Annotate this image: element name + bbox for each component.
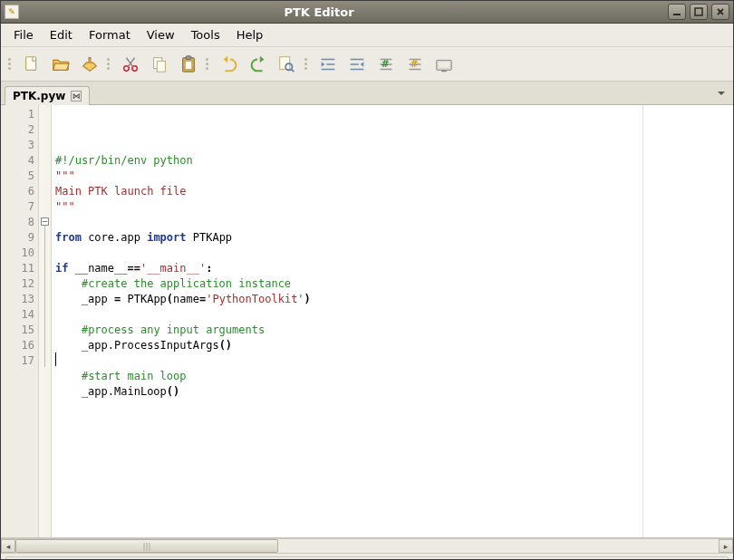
- code-line: [55, 307, 639, 323]
- line-number: 7: [3, 199, 34, 215]
- tabbar-dropdown-icon[interactable]: [715, 87, 728, 100]
- titlebar: ✎ PTK Editor: [1, 1, 733, 24]
- menubar: File Edit Format View Tools Help: [1, 24, 733, 47]
- toolbar-sep-2: [206, 51, 212, 78]
- code-line: Main PTK launch file: [55, 184, 639, 199]
- save-button[interactable]: [76, 51, 103, 78]
- close-button[interactable]: [711, 4, 729, 20]
- menu-view[interactable]: View: [140, 25, 182, 44]
- menu-format[interactable]: Format: [82, 25, 138, 44]
- line-number: 15: [3, 323, 34, 338]
- tab-close-icon[interactable]: ⋈: [71, 91, 82, 101]
- code-line: _app.MainLoop(): [55, 384, 639, 400]
- code-line: #!/usr/bin/env python: [55, 153, 639, 169]
- menu-file[interactable]: File: [6, 25, 41, 44]
- code-line: _app = PTKApp(name='PythonToolkit'): [55, 292, 639, 307]
- line-number: 10: [3, 246, 34, 261]
- line-number: 9: [3, 230, 34, 246]
- code-line: [55, 353, 639, 369]
- run-button[interactable]: [430, 51, 458, 78]
- maximize-button[interactable]: [690, 4, 708, 20]
- line-number: 6: [3, 184, 34, 199]
- line-number: 5: [3, 169, 34, 184]
- open-button[interactable]: [47, 51, 74, 78]
- line-number: 17: [3, 353, 34, 369]
- redo-button[interactable]: [245, 51, 272, 78]
- outdent-button[interactable]: [343, 51, 371, 78]
- uncomment-button[interactable]: #: [401, 51, 429, 78]
- line-number: 3: [3, 138, 34, 153]
- copy-button[interactable]: [146, 51, 173, 78]
- undo-button[interactable]: [216, 51, 243, 78]
- svg-text:#: #: [410, 57, 419, 69]
- text-caret: [55, 352, 56, 366]
- line-number-gutter: 1234567891011121314151617: [1, 105, 39, 537]
- code-line: _app.ProcessInputArgs(): [55, 338, 639, 353]
- line-number: 16: [3, 338, 34, 353]
- toolbar-grip: [8, 51, 14, 78]
- code-line: from core.app import PTKApp: [55, 230, 639, 246]
- code-line: #start main loop: [55, 369, 639, 384]
- fold-toggle-icon[interactable]: −: [41, 217, 49, 226]
- new-button[interactable]: [18, 51, 45, 78]
- code-area[interactable]: #!/usr/bin/env python"""Main PTK launch …: [52, 105, 642, 537]
- code-line: if __name__=='__main__':: [55, 261, 639, 276]
- comment-button[interactable]: #: [372, 51, 400, 78]
- svg-text:#: #: [381, 57, 390, 69]
- code-line: #process any input arguments: [55, 323, 639, 338]
- scroll-right-arrow-icon[interactable]: ▸: [719, 539, 733, 553]
- statusbar: [5, 556, 729, 560]
- app-icon: ✎: [5, 5, 19, 19]
- find-button[interactable]: [274, 51, 301, 78]
- svg-rect-8: [185, 61, 191, 69]
- indent-button[interactable]: [314, 51, 342, 78]
- code-line: """: [55, 169, 639, 184]
- toolbar: # #: [1, 47, 733, 82]
- minimize-button[interactable]: [668, 4, 686, 20]
- line-number: 13: [3, 292, 34, 307]
- menu-edit[interactable]: Edit: [43, 25, 80, 44]
- code-line: [55, 215, 639, 230]
- svg-rect-9: [186, 55, 191, 59]
- code-line: #create the application instance: [55, 276, 639, 292]
- right-margin-guide: [642, 105, 733, 537]
- scroll-left-arrow-icon[interactable]: ◂: [1, 539, 15, 553]
- window-buttons: [668, 4, 729, 20]
- horizontal-scrollbar[interactable]: ◂ ▸: [1, 538, 733, 554]
- svg-rect-6: [157, 61, 165, 72]
- code-line: """: [55, 199, 639, 215]
- svg-rect-0: [673, 14, 681, 15]
- menu-help[interactable]: Help: [229, 25, 271, 44]
- line-number: 1: [3, 107, 34, 122]
- line-number: 12: [3, 276, 34, 292]
- cut-button[interactable]: [117, 51, 144, 78]
- svg-rect-16: [441, 70, 447, 72]
- tab-ptk-pyw[interactable]: PTK.pyw ⋈: [5, 86, 90, 105]
- line-number: 4: [3, 153, 34, 169]
- svg-rect-1: [695, 8, 702, 15]
- scroll-thumb[interactable]: [15, 539, 278, 553]
- svg-rect-15: [439, 62, 450, 67]
- tabbar: PTK.pyw ⋈: [1, 82, 733, 105]
- toolbar-sep-1: [107, 51, 113, 78]
- tab-label: PTK.pyw: [13, 90, 65, 102]
- fold-column: −: [39, 105, 52, 537]
- toolbar-sep-3: [304, 51, 311, 78]
- paste-button[interactable]: [175, 51, 202, 78]
- svg-rect-2: [26, 56, 36, 70]
- line-number: 2: [3, 122, 34, 138]
- code-line: [55, 246, 639, 261]
- fold-guide: [44, 226, 45, 367]
- editor[interactable]: 1234567891011121314151617 − #!/usr/bin/e…: [1, 105, 733, 538]
- line-number: 11: [3, 261, 34, 276]
- window-title: PTK Editor: [24, 5, 668, 19]
- scroll-track[interactable]: [15, 539, 719, 553]
- menu-tools[interactable]: Tools: [184, 25, 227, 44]
- code-line: [55, 400, 639, 415]
- line-number: 8: [3, 215, 34, 230]
- line-number: 14: [3, 307, 34, 323]
